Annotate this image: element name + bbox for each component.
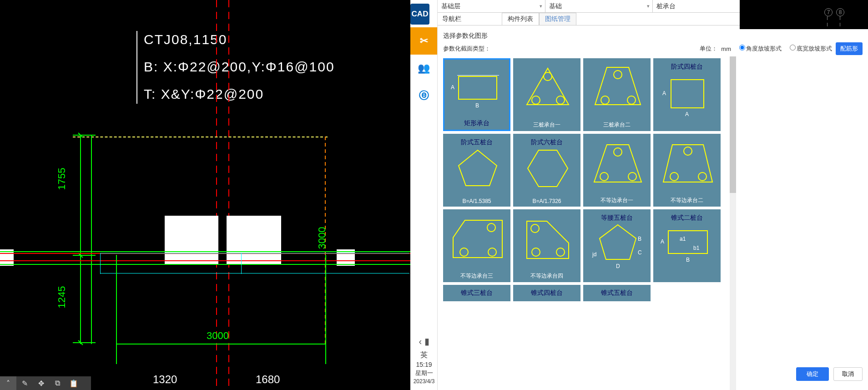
- svg-marker-3: [528, 150, 568, 187]
- radio-angle[interactable]: 角度放坡形式: [735, 45, 782, 53]
- gridline-bubble: 8: [836, 8, 844, 16]
- extline: [73, 342, 96, 343]
- card-uneq-1[interactable]: 不等边承台一: [583, 134, 651, 207]
- dim-1755: 1755: [56, 168, 68, 190]
- shape-white: [165, 216, 218, 264]
- tray-day: 星期一: [410, 369, 438, 377]
- card-cone5[interactable]: 锥式五桩台: [583, 285, 651, 301]
- sidebar-scissors-icon[interactable]: ✂: [410, 27, 437, 55]
- cyan: [100, 253, 409, 253]
- select-layer[interactable]: 基础层: [438, 0, 545, 12]
- svg-marker-8: [600, 225, 636, 259]
- cad-text-t: T: X&Y:Φ22@200: [144, 86, 264, 102]
- unit-value: mm: [721, 46, 731, 52]
- dialog-subheader: 参数化截面类型： 单位： mm 角度放坡形式 底宽放坡形式 配筋形: [438, 42, 868, 56]
- triangle-icon: [514, 59, 581, 118]
- triangle-icon: [584, 59, 651, 118]
- hexagon-icon: [514, 135, 581, 194]
- radio-angle-input[interactable]: [739, 45, 745, 51]
- card-label: 矩形承台: [464, 119, 490, 127]
- tab-component-list[interactable]: 构件列表: [502, 13, 539, 25]
- card-sub: B=A/1.7326: [514, 198, 580, 204]
- card-sub: 不等边承台一: [584, 197, 650, 204]
- tab-drawing-mgmt[interactable]: 图纸管理: [539, 13, 576, 25]
- toolbar-edit-icon[interactable]: ✎: [16, 376, 33, 390]
- cad-text-b: B: X:Φ22@200,Y:Φ16@100: [144, 59, 335, 75]
- tray-collapse-icon[interactable]: ‹ ▮: [410, 336, 438, 347]
- svg-marker-2: [459, 150, 497, 186]
- tray-time: 15:19: [410, 361, 438, 368]
- card-iso5[interactable]: 等腰五桩台 jdBCD: [583, 209, 651, 282]
- text-leader: [136, 31, 137, 104]
- card-sub: 不等边承台二: [654, 197, 720, 204]
- card-sub: 不等边承台三: [444, 272, 510, 280]
- dim-3000v: 3000: [316, 227, 328, 249]
- dim-frame-v2: [91, 135, 92, 344]
- card-uneq-4[interactable]: 不等边承台四: [513, 209, 580, 282]
- dimext: [325, 255, 326, 364]
- card-tri-1[interactable]: 三桩承台一: [513, 58, 580, 131]
- rebar-button[interactable]: 配筋形: [836, 42, 863, 55]
- sidebar-cad-icon[interactable]: CAD: [410, 4, 429, 25]
- wall-green: [0, 251, 410, 252]
- type-label: 参数化截面类型：: [443, 45, 490, 53]
- scroll-thumb[interactable]: [730, 56, 736, 193]
- app-sidebar: CAD T ✂ 👥 ⓔ: [410, 0, 438, 390]
- sidebar-edge-icon[interactable]: ⓔ: [410, 82, 437, 109]
- wall-green: [0, 264, 410, 265]
- tray-lang[interactable]: 英: [410, 350, 438, 360]
- dialog-title: 选择参数化图形: [438, 29, 868, 42]
- cancel-button[interactable]: 取消: [833, 367, 863, 381]
- toolbar-up-icon[interactable]: ˄: [0, 376, 16, 390]
- radio-width-input[interactable]: [790, 45, 796, 51]
- dimline: [116, 344, 325, 344]
- dimext: [116, 255, 117, 364]
- dim-1320: 1320: [153, 373, 177, 386]
- cad-viewport[interactable]: CTJ08,1150 B: X:Φ22@200,Y:Φ16@100 T: X&Y…: [0, 0, 410, 390]
- pentagon-icon: [444, 135, 511, 194]
- nav-label: 导航栏: [438, 13, 499, 25]
- dim-1245: 1245: [56, 286, 68, 309]
- toolbar-paste-icon[interactable]: 📋: [66, 376, 82, 390]
- sidebar-people-icon[interactable]: 👥: [410, 55, 437, 82]
- extline: [73, 255, 96, 256]
- card-sub: B=A/1.5385: [444, 198, 510, 204]
- shape-white: [227, 216, 281, 264]
- card-uneq-3[interactable]: 不等边承台三: [443, 209, 510, 282]
- gridline-bubble: 7: [824, 8, 833, 16]
- card-uneq-2[interactable]: 不等边承台二: [653, 134, 721, 207]
- card-step6[interactable]: 阶式六桩台 B=A/1.7326: [513, 134, 580, 207]
- card-sub: 三桩承台二: [584, 121, 650, 129]
- card-tri-2[interactable]: 三桩承台二: [583, 58, 651, 131]
- dash-top-y: [73, 137, 328, 137]
- shape-gallery: A B 矩形承台 三桩承台一: [441, 56, 728, 390]
- dim-frame-v: [80, 135, 81, 344]
- radio-width[interactable]: 底宽放坡形式: [785, 45, 832, 53]
- card-cone3[interactable]: 锥式三桩台: [443, 285, 510, 301]
- cad-bottom-toolbar: ˄ ✎ ✥ ⧉ 📋: [0, 376, 91, 390]
- card-step5[interactable]: 阶式五桩台 B=A/1.5385: [443, 134, 510, 207]
- unit-label: 单位：: [700, 45, 717, 53]
- gallery-scrollbar[interactable]: [730, 56, 736, 390]
- card-sub: 三桩承台一: [514, 121, 580, 129]
- toolbar-copy-icon[interactable]: ⧉: [49, 376, 66, 390]
- tray: ‹ ▮ 英 15:19 星期一 2023/4/3: [410, 336, 438, 390]
- dialog-buttons: 确定 取消: [796, 367, 863, 381]
- cyan: [100, 253, 101, 274]
- beam-red: [0, 260, 410, 261]
- right-app: 基础层 基础 桩承台 CTJ-08 导航栏 构件列表 图纸管理 7 8 横向面筋…: [438, 0, 868, 390]
- dim-1680: 1680: [256, 373, 280, 386]
- card-sub: 不等边承台四: [514, 272, 580, 280]
- card-step4[interactable]: 阶式四桩台 A A: [653, 58, 721, 131]
- cyan: [100, 273, 409, 274]
- select-category[interactable]: 基础: [545, 0, 653, 12]
- cad-text-ctj: CTJ08,1150: [144, 32, 227, 47]
- param-shape-dialog: 选择参数化图形 参数化截面类型： 单位： mm 角度放坡形式 底宽放坡形式 配筋…: [438, 29, 868, 390]
- card-rect-pile-cap[interactable]: A B 矩形承台: [443, 58, 510, 131]
- tray-date: 2023/4/3: [410, 378, 438, 385]
- card-cone2[interactable]: 锥式二桩台 Aa1b1B: [653, 209, 721, 282]
- ok-button[interactable]: 确定: [796, 367, 829, 381]
- card-cone4[interactable]: 锥式四桩台: [513, 285, 580, 301]
- toolbar-move-icon[interactable]: ✥: [33, 376, 49, 390]
- extline: [73, 135, 96, 136]
